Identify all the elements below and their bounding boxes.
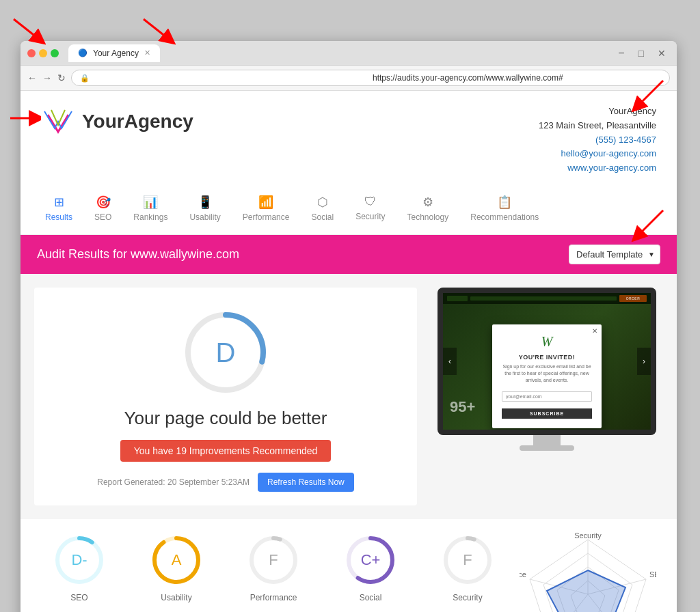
monitor-panel: ORDER 95+ ✕ W YOU'RE INVITED! Sign up (431, 288, 663, 505)
audit-main-area: D Your page could be better You have 19 … (21, 274, 677, 519)
browser-nav-bar: ← → ↻ 🔒 https://audits.your-agency.com/w… (21, 66, 677, 91)
tab-results-label: Results (45, 212, 72, 222)
window-controls (27, 49, 59, 57)
forward-button[interactable]: → (42, 72, 52, 83)
score-card-social: C+ Social (325, 533, 416, 602)
reload-button[interactable]: ↻ (57, 72, 66, 83)
report-date: Report Generated: 20 September 5:23AM (97, 477, 250, 487)
tab-title: Your Agency (93, 48, 139, 58)
radar-section: Security SEO Social Mobile & UI Performa… (513, 533, 663, 612)
social-grade: C+ (361, 551, 381, 569)
back-button[interactable]: ← (27, 72, 37, 83)
main-headline: Your page could be better (124, 408, 327, 429)
window-minimize-btn[interactable]: − (614, 47, 628, 59)
page-header: YourAgency YourAgency 123 Main Street, P… (21, 91, 677, 189)
seo-label: SEO (70, 593, 88, 602)
usability-label: Usability (161, 593, 191, 602)
refresh-button[interactable]: Refresh Results Now (258, 473, 354, 492)
rankings-icon: 📊 (143, 195, 158, 210)
browser-window: 🔵 Your Agency ✕ − □ ✕ ← → ↻ 🔒 https://au… (21, 41, 677, 612)
annotation-arrow-1 (7, 12, 48, 49)
performance-icon: 📶 (258, 195, 273, 210)
tab-performance[interactable]: 📶 Performance (232, 189, 301, 227)
monitor-screen: ORDER 95+ ✕ W YOU'RE INVITED! Sign up (443, 293, 651, 430)
window-close-btn[interactable]: ✕ (654, 48, 670, 59)
technology-icon: ⚙ (422, 195, 433, 210)
tab-results[interactable]: ⊞ Results (34, 189, 83, 227)
tab-seo-label: SEO (94, 212, 111, 222)
agency-address: 123 Main Street, Pleasantville (539, 119, 656, 133)
template-select[interactable]: Default Template (569, 245, 660, 264)
radar-chart: Security SEO Social Mobile & UI Performa… (520, 533, 656, 612)
usability-icon: 📱 (198, 195, 213, 210)
scores-section: D- SEO A Usability (21, 519, 677, 612)
seo-grade: D- (71, 551, 87, 569)
security-grade: F (463, 551, 472, 569)
report-info: Report Generated: 20 September 5:23AM Re… (97, 473, 354, 492)
recommendations-icon: 📋 (497, 195, 512, 210)
browser-titlebar: 🔵 Your Agency ✕ − □ ✕ (21, 41, 677, 66)
annotation-arrow-5 (629, 204, 670, 247)
logo-icon (41, 105, 75, 139)
audit-banner: Audit Results for www.wallywine.com Defa… (21, 235, 677, 274)
tab-performance-label: Performance (243, 212, 290, 222)
svg-text:Security: Security (574, 533, 602, 540)
improvements-badge: You have 19 Improvements Recommended (120, 440, 332, 462)
social-ring: C+ (343, 533, 398, 587)
address-bar[interactable]: 🔒 https://audits.your-agency.com/www.wal… (71, 70, 670, 86)
tab-close-button[interactable]: ✕ (144, 48, 150, 57)
grade-circle: D (181, 308, 270, 397)
annotation-arrow-2 (137, 12, 178, 49)
monitor-next-arrow[interactable]: › (637, 348, 651, 375)
monitor-prev-arrow[interactable]: ‹ (443, 348, 457, 375)
popup-close-icon: ✕ (592, 327, 597, 335)
monitor-popup: ✕ W YOU'RE INVITED! Sign up for our excl… (492, 324, 602, 428)
popup-email-input[interactable] (502, 391, 592, 402)
tab-seo[interactable]: 🎯 SEO (83, 189, 122, 227)
window-maximize-btn[interactable]: □ (634, 48, 648, 59)
security-icon: 🛡 (364, 195, 377, 209)
page-content: YourAgency YourAgency 123 Main Street, P… (21, 91, 677, 612)
tab-technology[interactable]: ⚙ Technology (396, 189, 460, 227)
annotation-arrow-3 (7, 108, 41, 131)
agency-website[interactable]: www.your-agency.com (539, 161, 656, 176)
maximize-button[interactable] (51, 49, 59, 57)
monitor-base (520, 445, 574, 451)
usability-ring: A (149, 533, 204, 587)
tab-recommendations[interactable]: 📋 Recommendations (459, 189, 550, 227)
popup-subtitle: Sign up for our exclusive email list and… (502, 363, 592, 383)
popup-subscribe-button[interactable]: SUBSCRIBE (502, 408, 592, 419)
tab-rankings[interactable]: 📊 Rankings (122, 189, 178, 227)
url-text: https://audits.your-agency.com/www.wally… (373, 73, 661, 83)
tab-security[interactable]: 🛡 Security (345, 189, 396, 227)
banner-title: Audit Results for www.wallywine.com (37, 247, 239, 262)
tab-social[interactable]: ⬡ Social (300, 189, 345, 227)
score-card-seo: D- SEO (34, 533, 124, 602)
tab-security-label: Security (355, 212, 385, 221)
score-card-security: F Security (422, 533, 513, 602)
performance-grade: F (269, 551, 278, 569)
tab-usability[interactable]: 📱 Usability (178, 189, 231, 227)
minimize-button[interactable] (39, 49, 47, 57)
grade-letter: D (216, 337, 236, 367)
seo-icon: 🎯 (96, 195, 111, 210)
social-icon: ⬡ (317, 195, 328, 210)
score-card-usability: A Usability (131, 533, 221, 602)
tab-technology-label: Technology (407, 212, 449, 222)
svg-marker-21 (547, 570, 625, 612)
lock-icon: 🔒 (80, 74, 368, 83)
logo-area: YourAgency (41, 105, 193, 139)
agency-email[interactable]: hello@your-agency.com (539, 147, 656, 161)
monitor-stand (533, 435, 561, 445)
seo-ring: D- (52, 533, 107, 587)
results-icon: ⊞ (54, 195, 64, 210)
svg-text:SEO: SEO (649, 570, 656, 579)
nav-tabs: ⊞ Results 🎯 SEO 📊 Rankings 📱 Usability 📶… (21, 189, 677, 235)
performance-label: Performance (250, 593, 297, 602)
score-card-performance: F Performance (228, 533, 319, 602)
template-wrapper: Default Template (569, 245, 660, 264)
popup-title: YOU'RE INVITED! (502, 354, 592, 361)
tab-recommendations-label: Recommendations (470, 212, 539, 222)
close-button[interactable] (27, 49, 36, 57)
agency-phone[interactable]: (555) 123-4567 (539, 133, 656, 148)
